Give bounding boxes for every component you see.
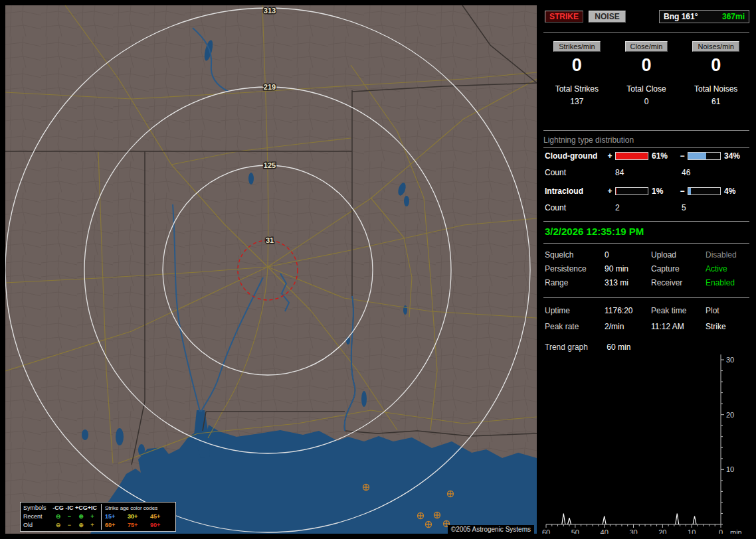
- close-per-min-value: 0: [612, 55, 682, 76]
- cloud-ground-label: Cloud-ground: [545, 151, 606, 161]
- status-panel: STRIKE NOISE Bng 161° 367mi Strikes/min …: [542, 5, 751, 534]
- uptime-label: Uptime: [545, 306, 605, 315]
- receiver-label: Receiver: [651, 278, 706, 287]
- map-canvas: 313 219 125 31: [5, 5, 537, 534]
- cg-minus-bar-fill: [688, 153, 706, 159]
- legend-age-header: Strike age color codes: [105, 504, 173, 512]
- age-45: 45+: [150, 512, 173, 521]
- noise-button[interactable]: NOISE: [589, 11, 626, 23]
- distribution-title: Lightning type distribution: [543, 135, 749, 148]
- capture-status: Active: [706, 264, 748, 273]
- svg-text:10: 10: [688, 528, 696, 534]
- svg-text:60: 60: [542, 528, 550, 534]
- noises-counter: Noises/min 0 Total Noises 61: [681, 41, 751, 106]
- age-60: 60+: [105, 521, 128, 530]
- count-label: Count: [545, 168, 615, 177]
- strikes-counter: Strikes/min 0 Total Strikes 137: [542, 41, 612, 106]
- svg-text:10: 10: [726, 465, 734, 473]
- squelch-label: Squelch: [545, 250, 605, 260]
- legend-recent-label: Recent: [23, 512, 52, 521]
- ic-plus-count: 2: [615, 203, 682, 212]
- cg-minus-count: 46: [682, 168, 690, 177]
- rate-counters: Strikes/min 0 Total Strikes 137 Close/mi…: [542, 41, 751, 106]
- intracloud-count-row: Count 2 5: [545, 203, 686, 212]
- cg-minus-bar: [688, 152, 721, 160]
- divider: [543, 221, 749, 222]
- old-neg-ic-icon: −: [64, 521, 75, 530]
- ic-plus-bar-fill: [616, 188, 616, 194]
- peak-time-value: 11:12 AM: [651, 322, 706, 331]
- strike-legend: Symbols -CG -IC +CG +IC Recent ⊖ − ⊕ + O…: [20, 502, 176, 532]
- plus-sign: +: [606, 187, 614, 196]
- range-ring-label: 219: [264, 83, 276, 91]
- bearing-display: Bng 161° 367mi: [659, 10, 749, 23]
- svg-text:20: 20: [658, 528, 666, 534]
- range-ring-label: 31: [266, 236, 274, 244]
- range-ring-label: 313: [264, 7, 276, 15]
- legend-col-neg-ic: -IC: [64, 504, 75, 512]
- svg-text:50: 50: [571, 528, 579, 534]
- settings-grid: Squelch 0 Upload Disabled Persistence 90…: [545, 250, 748, 287]
- plus-sign: +: [606, 151, 614, 161]
- divider: [543, 32, 749, 33]
- persistence-label: Persistence: [545, 264, 605, 273]
- squelch-value: 0: [605, 250, 651, 260]
- range-label: Range: [545, 278, 605, 287]
- strike-button[interactable]: STRIKE: [545, 11, 583, 23]
- cloud-ground-row: Cloud-ground + 61% − 34%: [545, 151, 747, 161]
- intracloud-row: Intracloud + 1% − 4%: [545, 187, 747, 196]
- recent-neg-cg-icon: ⊖: [52, 512, 64, 521]
- ic-minus-count: 5: [682, 203, 686, 212]
- ic-minus-pct: 4%: [724, 187, 747, 196]
- old-neg-cg-icon: ⊖: [52, 521, 64, 530]
- svg-text:min: min: [730, 528, 742, 534]
- noises-per-min-label: Noises/min: [692, 41, 739, 52]
- close-per-min-label: Close/min: [625, 41, 668, 52]
- divider: [543, 297, 749, 298]
- persistence-value: 90 min: [605, 264, 651, 273]
- total-strikes-label: Total Strikes: [542, 84, 612, 94]
- total-noises-value: 61: [681, 97, 751, 106]
- range-ring-label: 125: [264, 161, 276, 169]
- minus-sign: −: [678, 151, 686, 161]
- recent-pos-ic-icon: +: [87, 512, 98, 521]
- ic-plus-pct: 1%: [652, 187, 674, 196]
- old-pos-ic-icon: +: [87, 521, 98, 530]
- svg-text:20: 20: [726, 411, 734, 419]
- age-15: 15+: [105, 512, 128, 521]
- age-30: 30+: [128, 512, 150, 521]
- recent-pos-cg-icon: ⊕: [75, 512, 87, 521]
- age-75: 75+: [128, 521, 150, 530]
- peak-rate-value: 2/min: [605, 322, 651, 331]
- plot-label: Plot: [706, 306, 748, 315]
- divider: [543, 130, 749, 131]
- plot-value: Strike: [706, 322, 748, 331]
- intracloud-label: Intracloud: [545, 187, 606, 196]
- ic-minus-bar-fill: [688, 188, 691, 194]
- trend-graph: 3020106050403020100min: [542, 350, 751, 534]
- receiver-status: Enabled: [706, 278, 748, 287]
- cg-plus-bar: [615, 152, 648, 160]
- upload-status: Disabled: [706, 250, 748, 260]
- strikes-per-min-value: 0: [542, 55, 612, 76]
- upload-label: Upload: [651, 250, 706, 260]
- lightning-map[interactable]: 313 219 125 31 Symbols -CG -IC +CG +IC R…: [5, 5, 537, 534]
- svg-text:0: 0: [719, 528, 723, 534]
- peak-time-label: Peak time: [651, 306, 706, 315]
- cg-plus-count: 84: [615, 168, 682, 177]
- legend-old-label: Old: [23, 521, 52, 530]
- legend-col-pos-cg: +CG: [75, 504, 87, 512]
- capture-label: Capture: [651, 264, 706, 273]
- bearing-value: Bng 161°: [664, 12, 698, 21]
- close-counter: Close/min 0 Total Close 0: [612, 41, 682, 106]
- total-strikes-value: 137: [542, 97, 612, 106]
- svg-text:30: 30: [726, 356, 734, 364]
- recent-neg-ic-icon: −: [64, 512, 75, 521]
- stats-grid: Uptime 1176:20 Peak time Plot Peak rate …: [545, 306, 748, 331]
- noises-per-min-value: 0: [681, 55, 751, 76]
- cg-plus-pct: 61%: [652, 151, 674, 161]
- bearing-distance: 367mi: [722, 12, 745, 21]
- legend-col-pos-ic: +IC: [87, 504, 98, 512]
- ic-plus-bar: [615, 187, 648, 195]
- legend-age-section: Strike age color codes 15+ 30+ 45+ 60+ 7…: [101, 504, 173, 530]
